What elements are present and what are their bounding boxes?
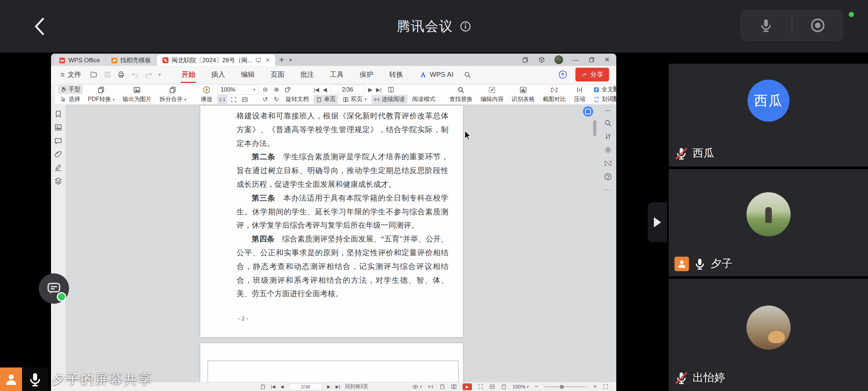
new-tab-button[interactable]: + bbox=[276, 54, 288, 66]
status-fit-page-icon[interactable] bbox=[501, 384, 507, 390]
hand-tool-button[interactable]: 手型 bbox=[58, 85, 83, 94]
status-prev-page-icon[interactable]: ◀ bbox=[280, 384, 284, 389]
status-first-page-icon[interactable]: |◀ bbox=[271, 384, 275, 389]
ribbon-search-icon[interactable] bbox=[464, 71, 471, 79]
edit-content-button[interactable]: 编辑内容 bbox=[478, 85, 507, 104]
record-button[interactable] bbox=[792, 17, 844, 33]
menu-tools[interactable]: 工具 bbox=[329, 67, 344, 82]
tab-template[interactable]: 找稻壳模板 bbox=[106, 55, 156, 66]
menu-page[interactable]: 页面 bbox=[270, 67, 285, 82]
zoom-slider[interactable] bbox=[544, 386, 587, 387]
tab-document[interactable]: 闽北职院〔2024〕28号（闽... ✕ bbox=[157, 55, 275, 66]
compress-button[interactable]: 压缩 bbox=[571, 85, 588, 104]
bookmark-icon[interactable] bbox=[54, 110, 62, 118]
meeting-info-icon[interactable] bbox=[460, 21, 471, 32]
chat-floating-button[interactable] bbox=[39, 273, 69, 304]
thumbnail-icon[interactable] bbox=[54, 123, 62, 131]
doc-search-icon[interactable] bbox=[604, 119, 612, 127]
workspace-icon[interactable] bbox=[522, 56, 529, 63]
menu-edit[interactable]: 编辑 bbox=[240, 67, 255, 82]
zoom-out-button[interactable]: ⊖ bbox=[261, 85, 270, 94]
print-icon[interactable] bbox=[118, 71, 125, 78]
file-menu[interactable]: ≡ 文件 bbox=[60, 70, 81, 79]
minimize-icon[interactable]: — bbox=[573, 56, 579, 64]
full-translate-button[interactable]: 全文翻译 bbox=[591, 85, 617, 94]
single-page-button[interactable]: 单页 bbox=[314, 95, 338, 104]
close-window-icon[interactable]: ✕ bbox=[604, 56, 610, 64]
zoom-plus-icon[interactable]: + bbox=[593, 383, 597, 390]
attachment-icon[interactable] bbox=[54, 150, 62, 158]
restore-window-icon[interactable] bbox=[588, 56, 595, 63]
account-avatar[interactable] bbox=[554, 55, 563, 64]
zoom-select[interactable]: 100%▾ bbox=[217, 85, 259, 94]
status-continuous-icon[interactable] bbox=[428, 384, 434, 390]
status-next-page-icon[interactable]: ▶ bbox=[327, 384, 331, 389]
settings-icon[interactable] bbox=[604, 146, 612, 154]
zoom-in-button[interactable]: ⊕ bbox=[272, 85, 281, 94]
read-mode-button[interactable]: 阅读模式 bbox=[410, 95, 438, 104]
menu-insert[interactable]: 插入 bbox=[210, 67, 226, 82]
rotate-right-button[interactable]: ↻ bbox=[272, 95, 281, 104]
status-page-indicator[interactable]: 2/36 bbox=[289, 383, 322, 390]
zoom-minus-icon[interactable]: − bbox=[535, 383, 538, 390]
zoom-slider-knob[interactable] bbox=[560, 385, 564, 389]
status-book-icon[interactable] bbox=[260, 384, 266, 390]
status-fit-width-icon[interactable] bbox=[489, 384, 495, 390]
back-to-page-link[interactable]: 回到第3页 bbox=[345, 383, 368, 390]
sharer-mic[interactable] bbox=[22, 367, 48, 391]
fit-width-button[interactable] bbox=[241, 95, 250, 104]
tab-list-caret-icon[interactable]: ▾ bbox=[288, 54, 293, 66]
participant-tile-chuyiting[interactable]: 出怡婷 bbox=[669, 279, 868, 391]
continuous-read-button[interactable]: 连续阅读 bbox=[371, 95, 408, 104]
screenshot-compare-button[interactable]: 截图对比 bbox=[540, 85, 569, 104]
participant-tile-xigua[interactable]: 西瓜 西瓜 bbox=[669, 64, 868, 167]
view-options-button[interactable]: ▾ bbox=[412, 384, 422, 390]
share-button[interactable]: 分享 bbox=[575, 68, 609, 81]
undo-icon[interactable] bbox=[131, 71, 139, 78]
actual-size-button[interactable]: 1:1 bbox=[217, 95, 227, 104]
cloud-upload-icon[interactable] bbox=[558, 70, 567, 79]
menu-convert[interactable]: 转换 bbox=[388, 67, 404, 82]
rotate-doc-button[interactable]: 旋转文档 bbox=[283, 95, 311, 104]
wps-ai-button[interactable]: WPS AI bbox=[420, 71, 453, 79]
menu-home[interactable]: 开始 bbox=[181, 67, 196, 82]
status-double-page-icon[interactable] bbox=[451, 384, 457, 390]
menu-protect[interactable]: 保护 bbox=[359, 67, 374, 82]
collapse-toolbar-icon[interactable]: — bbox=[605, 107, 611, 114]
close-tab-icon[interactable]: ✕ bbox=[265, 57, 270, 64]
participant-tile-xizi[interactable]: 夕子 bbox=[669, 169, 868, 276]
status-single-page-icon[interactable] bbox=[439, 384, 445, 390]
status-last-page-icon[interactable]: ▶| bbox=[336, 384, 340, 389]
menu-annotate[interactable]: 批注 bbox=[299, 67, 315, 82]
swap-pages-icon[interactable] bbox=[604, 133, 612, 140]
last-page-icon[interactable]: ▶| bbox=[376, 87, 382, 93]
mic-button[interactable] bbox=[740, 18, 792, 33]
help-icon[interactable] bbox=[604, 173, 612, 181]
cube-icon[interactable] bbox=[538, 56, 545, 63]
collab-badge-icon[interactable] bbox=[583, 106, 593, 117]
signature-pen-icon[interactable] bbox=[54, 164, 62, 172]
select-tool-button[interactable]: 选择 bbox=[58, 95, 83, 104]
save-icon[interactable] bbox=[104, 71, 111, 78]
flip-page-button[interactable] bbox=[283, 85, 292, 94]
rotate-left-button[interactable]: ↺ bbox=[261, 95, 270, 104]
layers-icon[interactable] bbox=[54, 177, 62, 185]
fit-page-button[interactable] bbox=[229, 95, 238, 104]
status-zoom-select[interactable]: 100%▾ bbox=[512, 384, 529, 390]
panel-expand-button[interactable] bbox=[648, 202, 667, 242]
open-file-icon[interactable] bbox=[90, 71, 97, 78]
status-play-button[interactable]: ▶ bbox=[463, 383, 472, 390]
tab-wps-home[interactable]: WPS Office bbox=[54, 55, 105, 66]
first-page-icon[interactable]: |◀ bbox=[314, 87, 319, 93]
redo-icon[interactable] bbox=[145, 71, 152, 78]
more-icon[interactable]: ··· bbox=[604, 186, 612, 194]
crop-select-icon[interactable] bbox=[604, 159, 612, 167]
book-view-icon[interactable] bbox=[387, 86, 395, 93]
word-translate-button[interactable]: 划词翻译▾ bbox=[591, 95, 617, 104]
prev-page-icon[interactable]: ◀ bbox=[323, 87, 327, 93]
play-button[interactable]: 播放 bbox=[198, 85, 215, 104]
status-actual-size-icon[interactable] bbox=[478, 384, 484, 390]
quick-access-caret-icon[interactable]: ▾ bbox=[159, 72, 161, 77]
recognize-table-button[interactable]: 识别表格 bbox=[509, 85, 538, 104]
comment-icon[interactable] bbox=[54, 137, 62, 145]
